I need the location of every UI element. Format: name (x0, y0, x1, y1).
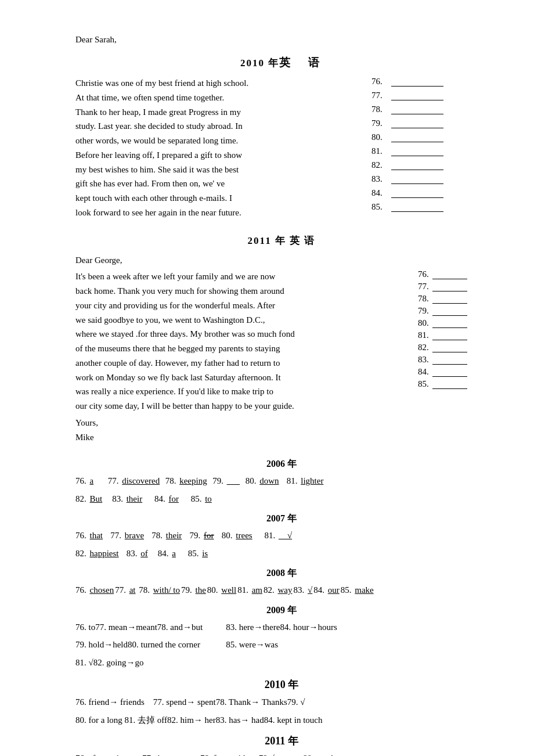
greeting-text: Dear Sarah, (75, 35, 117, 44)
ans2011-76: 76. (418, 269, 488, 279)
answer-row-2009: 76. to77. mean→meant78. and→but 79. hold… (75, 619, 488, 672)
answer-col-2009-left: 76. to77. mean→meant78. and→but 79. hold… (75, 619, 203, 672)
year-header-2006: 2006 年 (75, 458, 488, 470)
ans2011-85: 85. (418, 379, 488, 389)
two-col-2010: Christie was one of my best friend at hi… (75, 76, 488, 220)
answer-row-2006-2: 82. But 83. their 84. for 85. to (75, 491, 488, 507)
year-header-2008: 2008 年 (75, 567, 488, 579)
section-2010: 2010 年英 语 Christie was one of my best fr… (75, 55, 488, 220)
year-header-2007: 2007 年 (75, 513, 488, 525)
ans2011-81: 81. (418, 330, 488, 340)
answer-row-2006-1: 76. a 77. discovered 78. keeping 79. 80.… (75, 473, 488, 489)
ans2011-82: 82. (418, 343, 488, 352)
answer-line-76: 76. (371, 76, 488, 87)
greeting-2011: Dear George, (75, 253, 488, 268)
year-header-2011ans: 2011 年 (75, 734, 488, 748)
answer-row-2010-2: 80. for a long 81. 去掉 off82. him→ her83.… (75, 712, 488, 729)
answers-col-2011: 76. 77. 78. 79. 80. 81. 82. 83. (418, 269, 488, 413)
answer-line-80: 80. (371, 132, 488, 142)
answer-col-2009-right: 83. here→there84. hour→hours 85. were→wa… (226, 619, 337, 672)
answer-row-2008: 76. chosen77. at 78. with/ to79. the80. … (75, 582, 488, 599)
title-2011: 2011 年 英 语 (75, 234, 488, 247)
closing-2011: Yours, Mike (75, 416, 488, 445)
answer-row-2007-2: 82. happiest 83. of 84. a 85. is (75, 545, 488, 562)
answer-line-79: 79. (371, 118, 488, 128)
answer-line-78: 78. (371, 104, 488, 114)
answer-line-85: 85. (371, 201, 488, 212)
answer-line-82: 82. (371, 160, 488, 170)
answer-row-2011-1: 76. after—since; 77. them—us; 78. for—wi… (75, 750, 488, 756)
answers-section: 2006 年 76. a 77. discovered 78. keeping … (75, 458, 488, 756)
section-2011: 2011 年 英 语 Dear George, It's been a week… (75, 234, 488, 445)
greeting-2010: Dear Sarah, (75, 35, 488, 45)
year-header-2009: 2009 年 (75, 604, 488, 617)
answer-line-77: 77. (371, 90, 488, 100)
answer-line-84: 84. (371, 188, 488, 198)
body-2011: It's been a week after we left your fami… (75, 269, 418, 413)
answer-line-83: 83. (371, 174, 488, 184)
answer-line-81: 81. (371, 146, 488, 156)
title-2010: 2010 年英 语 (75, 55, 488, 70)
body-2011-wrapper: It's been a week after we left your fami… (75, 269, 488, 413)
ans2011-84: 84. (418, 367, 488, 377)
answer-row-2010-1: 76. friend→ friends 77. spend→ spent78. … (75, 694, 488, 711)
answers-col-2010: 76. 77. 78. 79. 80. 81. 82. 83. (371, 76, 488, 220)
ans2011-79: 79. (418, 306, 488, 316)
ans2011-80: 80. (418, 318, 488, 328)
year-header-2010ans: 2010 年 (75, 678, 488, 692)
ans2011-83: 83. (418, 355, 488, 365)
ans2011-78: 78. (418, 294, 488, 304)
answer-row-2007-1: 76. that 77. brave 78. their 79. for 80.… (75, 527, 488, 544)
ans2011-77: 77. (418, 282, 488, 291)
body-2010: Christie was one of my best friend at hi… (75, 76, 371, 220)
